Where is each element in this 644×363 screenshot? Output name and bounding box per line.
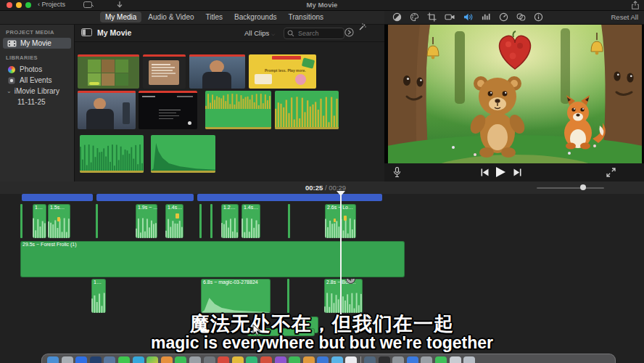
dock-icon[interactable] <box>303 356 315 363</box>
media-thumb-presenter[interactable] <box>189 54 245 89</box>
photos-icon <box>8 66 15 73</box>
audio-sliver[interactable] <box>96 204 98 238</box>
playhead[interactable] <box>340 192 342 314</box>
dock-icon[interactable] <box>421 356 432 363</box>
audio-clip[interactable]: 1… <box>91 279 106 313</box>
play-button[interactable] <box>495 166 506 178</box>
audio-sliver[interactable] <box>199 204 202 238</box>
video-bar[interactable] <box>96 194 194 201</box>
audio-clip[interactable]: 6.8s ~ magic-03-278824 <box>201 279 271 313</box>
volume-icon[interactable] <box>463 12 474 22</box>
audio-sliver[interactable] <box>287 279 289 313</box>
crop-icon[interactable] <box>427 12 437 22</box>
audio-clip[interactable]: 1… <box>33 204 46 238</box>
media-thumb-audio[interactable] <box>205 91 271 129</box>
dock-icon[interactable] <box>435 356 447 363</box>
search-input[interactable] <box>297 29 343 38</box>
sidebar-item-event-date[interactable]: 11-11-25 <box>3 97 86 107</box>
reset-all-button[interactable]: Reset All <box>611 13 639 21</box>
dock-icon[interactable] <box>317 356 329 363</box>
audio-sliver[interactable] <box>210 204 212 238</box>
preview-viewer[interactable] <box>384 24 644 163</box>
dock-icon[interactable] <box>275 356 286 363</box>
beat-marker <box>344 216 347 221</box>
dock-icon[interactable] <box>392 356 404 363</box>
video-bar[interactable] <box>197 194 382 201</box>
media-thumb-terminal[interactable] <box>139 91 197 129</box>
dock-icon[interactable] <box>118 356 130 363</box>
zoom-slider-track[interactable] <box>537 187 604 189</box>
share-icon[interactable] <box>631 1 640 9</box>
dock-icon[interactable] <box>232 356 244 363</box>
dock-icon[interactable] <box>246 356 257 363</box>
sidebar-item-all-events[interactable]: All Events <box>3 75 71 86</box>
effects-badge-icon[interactable] <box>516 12 526 22</box>
audio-clip[interactable]: 1.2… <box>221 204 239 238</box>
audio-clip[interactable]: 1.4s… <box>165 204 183 238</box>
panel-toggle-icon[interactable] <box>81 28 92 36</box>
skip-forward-icon[interactable] <box>513 168 521 176</box>
dock-icon[interactable] <box>133 356 144 363</box>
sidebar-item-imovie-library[interactable]: ⌄ iMovie Library <box>3 86 71 97</box>
skip-back-icon[interactable] <box>481 168 489 176</box>
audio-clip[interactable]: 1.4s… <box>242 204 260 238</box>
tab-transitions[interactable]: Transitions <box>283 12 329 23</box>
dock-trash-icon[interactable] <box>463 356 475 363</box>
sidebar-item-photos[interactable]: Photos <box>3 64 71 75</box>
audio-clip[interactable]: 1.5s… <box>48 204 70 238</box>
audio-clip[interactable]: 2.8s ~ Bob… <box>324 279 363 313</box>
media-thumb-collage[interactable] <box>78 54 139 89</box>
dock-icon[interactable] <box>379 356 390 363</box>
dock-icon[interactable] <box>75 356 87 363</box>
playhead-handle[interactable] <box>337 191 345 196</box>
media-thumb-audio[interactable] <box>275 91 339 129</box>
audio-sliver[interactable] <box>20 204 22 238</box>
audio-sliver[interactable] <box>288 204 290 238</box>
dock-icon[interactable] <box>345 356 357 363</box>
tab-backgrounds[interactable]: Backgrounds <box>229 12 281 23</box>
media-thumb-document[interactable] <box>143 54 186 89</box>
dock-icon[interactable] <box>289 356 300 363</box>
zoom-slider-thumb[interactable] <box>580 184 586 190</box>
dock-icon[interactable] <box>218 356 229 363</box>
dock-icon[interactable] <box>204 356 215 363</box>
audio-clip[interactable]: 1.9s ~ … <box>136 204 157 238</box>
dock-icon[interactable] <box>364 356 376 363</box>
dock-icon[interactable] <box>450 356 461 363</box>
dock-divider <box>360 356 361 363</box>
dock-icon[interactable] <box>161 356 173 363</box>
tab-audio-video[interactable]: Audio & Video <box>143 12 199 23</box>
dock-icon[interactable] <box>62 356 73 363</box>
enhance-wand-icon[interactable] <box>358 23 366 31</box>
video-bar[interactable] <box>22 194 93 201</box>
dock-icon[interactable] <box>260 356 272 363</box>
dock-icon[interactable] <box>407 356 418 363</box>
music-clip[interactable]: 29.5s ~ Forest Frolic (1) <box>20 241 405 277</box>
dock-icon[interactable] <box>47 356 59 363</box>
tab-titles[interactable]: Titles <box>201 12 228 23</box>
audio-marker-strip <box>151 171 215 173</box>
dock-icon[interactable] <box>331 356 343 363</box>
dock-icon[interactable] <box>189 356 201 363</box>
clip-filter-dropdown[interactable]: All Clips ⌵ <box>244 29 275 37</box>
media-thumb-audio[interactable] <box>80 135 144 173</box>
stabilization-camera-icon[interactable] <box>445 12 455 22</box>
dock-icon[interactable] <box>104 356 115 363</box>
voiceover-mic-icon[interactable] <box>393 167 401 178</box>
color-balance-icon[interactable] <box>392 12 402 22</box>
dock-icon[interactable] <box>90 356 102 363</box>
sidebar-item-my-movie[interactable]: My Movie <box>3 38 71 49</box>
tab-my-media[interactable]: My Media <box>100 12 141 23</box>
browser-forward-icon[interactable] <box>344 28 354 37</box>
media-thumb-yellow-ad[interactable]: Prompt less. Play more. <box>249 54 316 89</box>
media-thumb-audio[interactable] <box>151 135 215 173</box>
dock-icon[interactable] <box>175 356 186 363</box>
media-thumb-presenter-desk[interactable] <box>78 91 136 129</box>
noise-reduction-icon[interactable] <box>482 12 491 22</box>
search-field[interactable] <box>284 28 344 39</box>
info-icon[interactable] <box>534 12 543 22</box>
fullscreen-icon[interactable] <box>606 168 616 177</box>
dock-icon[interactable] <box>146 356 158 363</box>
color-palette-icon[interactable] <box>410 12 419 22</box>
speed-gauge-icon[interactable] <box>499 12 508 22</box>
